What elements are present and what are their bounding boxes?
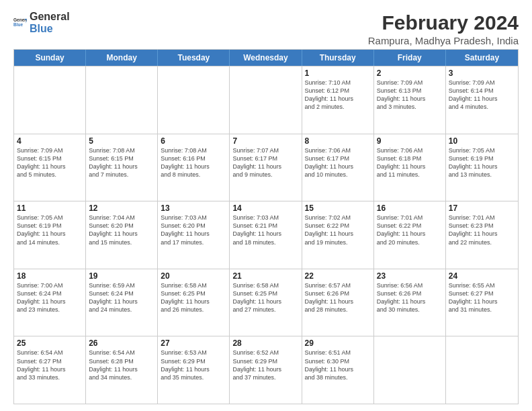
calendar-cell: 27Sunrise: 6:53 AM Sunset: 6:29 PM Dayli…: [158, 336, 230, 404]
calendar-cell: 3Sunrise: 7:09 AM Sunset: 6:14 PM Daylig…: [446, 66, 518, 134]
day-info: Sunrise: 7:04 AM Sunset: 6:20 PM Dayligh…: [89, 214, 154, 246]
day-number: 2: [377, 68, 443, 78]
calendar-cell: [14, 66, 86, 134]
day-info: Sunrise: 6:54 AM Sunset: 6:28 PM Dayligh…: [89, 349, 154, 381]
logo-icon: General Blue: [13, 16, 27, 30]
day-number: 19: [89, 271, 154, 281]
day-number: 17: [449, 203, 515, 213]
calendar-cell: 20Sunrise: 6:58 AM Sunset: 6:25 PM Dayli…: [158, 269, 230, 336]
day-info: Sunrise: 7:01 AM Sunset: 6:22 PM Dayligh…: [377, 214, 443, 246]
calendar-week-5: 25Sunrise: 6:54 AM Sunset: 6:27 PM Dayli…: [14, 336, 518, 404]
day-number: 11: [17, 203, 83, 213]
calendar-cell: [374, 336, 446, 404]
day-info: Sunrise: 7:00 AM Sunset: 6:24 PM Dayligh…: [17, 281, 83, 314]
day-number: 4: [17, 136, 83, 146]
day-info: Sunrise: 7:02 AM Sunset: 6:22 PM Dayligh…: [305, 214, 371, 246]
calendar: SundayMondayTuesdayWednesdayThursdayFrid…: [13, 49, 519, 404]
day-info: Sunrise: 7:06 AM Sunset: 6:18 PM Dayligh…: [377, 146, 443, 179]
title-block: February 2024 Rampura, Madhya Pradesh, I…: [368, 11, 519, 46]
logo-general: General: [30, 11, 70, 23]
day-number: 7: [232, 136, 298, 146]
calendar-cell: 28Sunrise: 6:52 AM Sunset: 6:29 PM Dayli…: [230, 336, 302, 404]
svg-text:Blue: Blue: [13, 22, 23, 27]
calendar-cell: 9Sunrise: 7:06 AM Sunset: 6:18 PM Daylig…: [374, 134, 446, 201]
day-number: 16: [377, 203, 443, 213]
day-info: Sunrise: 7:03 AM Sunset: 6:21 PM Dayligh…: [232, 214, 298, 246]
calendar-cell: [446, 336, 518, 404]
calendar-cell: [158, 66, 230, 134]
calendar-cell: 15Sunrise: 7:02 AM Sunset: 6:22 PM Dayli…: [302, 201, 374, 269]
day-info: Sunrise: 6:58 AM Sunset: 6:25 PM Dayligh…: [232, 281, 298, 314]
page: General Blue General Blue February 2024 …: [0, 0, 532, 411]
day-info: Sunrise: 6:52 AM Sunset: 6:29 PM Dayligh…: [232, 349, 298, 381]
header-day-sunday: Sunday: [14, 50, 86, 66]
day-number: 14: [232, 203, 298, 213]
header-day-thursday: Thursday: [302, 50, 374, 66]
calendar-cell: 29Sunrise: 6:51 AM Sunset: 6:30 PM Dayli…: [302, 336, 374, 404]
calendar-cell: 1Sunrise: 7:10 AM Sunset: 6:12 PM Daylig…: [302, 66, 374, 134]
calendar-cell: 7Sunrise: 7:07 AM Sunset: 6:17 PM Daylig…: [230, 134, 302, 201]
calendar-body: 1Sunrise: 7:10 AM Sunset: 6:12 PM Daylig…: [14, 66, 518, 404]
day-info: Sunrise: 7:05 AM Sunset: 6:19 PM Dayligh…: [449, 146, 515, 179]
day-info: Sunrise: 7:09 AM Sunset: 6:13 PM Dayligh…: [377, 79, 443, 111]
header-day-monday: Monday: [86, 50, 158, 66]
day-info: Sunrise: 7:05 AM Sunset: 6:19 PM Dayligh…: [17, 214, 83, 246]
day-info: Sunrise: 7:07 AM Sunset: 6:17 PM Dayligh…: [232, 146, 298, 179]
day-info: Sunrise: 6:53 AM Sunset: 6:29 PM Dayligh…: [161, 349, 226, 381]
day-number: 15: [305, 203, 371, 213]
subtitle: Rampura, Madhya Pradesh, India: [368, 35, 519, 46]
day-info: Sunrise: 7:03 AM Sunset: 6:20 PM Dayligh…: [161, 214, 226, 246]
calendar-cell: 8Sunrise: 7:06 AM Sunset: 6:17 PM Daylig…: [302, 134, 374, 201]
day-number: 28: [232, 338, 298, 348]
calendar-cell: 5Sunrise: 7:08 AM Sunset: 6:15 PM Daylig…: [86, 134, 158, 201]
day-number: 25: [17, 338, 83, 348]
calendar-cell: 21Sunrise: 6:58 AM Sunset: 6:25 PM Dayli…: [230, 269, 302, 336]
calendar-header: SundayMondayTuesdayWednesdayThursdayFrid…: [14, 50, 518, 66]
calendar-cell: 13Sunrise: 7:03 AM Sunset: 6:20 PM Dayli…: [158, 201, 230, 269]
calendar-cell: 4Sunrise: 7:09 AM Sunset: 6:15 PM Daylig…: [14, 134, 86, 201]
day-number: 22: [305, 271, 371, 281]
day-number: 5: [89, 136, 154, 146]
day-info: Sunrise: 6:51 AM Sunset: 6:30 PM Dayligh…: [305, 349, 371, 381]
day-info: Sunrise: 6:59 AM Sunset: 6:24 PM Dayligh…: [89, 281, 154, 314]
calendar-cell: 25Sunrise: 6:54 AM Sunset: 6:27 PM Dayli…: [14, 336, 86, 404]
calendar-cell: [86, 66, 158, 134]
day-info: Sunrise: 6:55 AM Sunset: 6:27 PM Dayligh…: [449, 281, 515, 314]
day-number: 21: [232, 271, 298, 281]
logo-blue: Blue: [30, 23, 70, 35]
day-number: 9: [377, 136, 443, 146]
calendar-week-1: 1Sunrise: 7:10 AM Sunset: 6:12 PM Daylig…: [14, 66, 518, 134]
day-number: 20: [161, 271, 226, 281]
day-info: Sunrise: 7:06 AM Sunset: 6:17 PM Dayligh…: [305, 146, 371, 179]
calendar-cell: 17Sunrise: 7:01 AM Sunset: 6:23 PM Dayli…: [446, 201, 518, 269]
day-info: Sunrise: 6:56 AM Sunset: 6:26 PM Dayligh…: [377, 281, 443, 314]
calendar-week-4: 18Sunrise: 7:00 AM Sunset: 6:24 PM Dayli…: [14, 269, 518, 336]
day-number: 29: [305, 338, 371, 348]
calendar-cell: 12Sunrise: 7:04 AM Sunset: 6:20 PM Dayli…: [86, 201, 158, 269]
day-info: Sunrise: 6:57 AM Sunset: 6:26 PM Dayligh…: [305, 281, 371, 314]
svg-text:General: General: [13, 17, 27, 22]
day-info: Sunrise: 7:09 AM Sunset: 6:14 PM Dayligh…: [449, 79, 515, 111]
calendar-cell: 10Sunrise: 7:05 AM Sunset: 6:19 PM Dayli…: [446, 134, 518, 201]
calendar-cell: 18Sunrise: 7:00 AM Sunset: 6:24 PM Dayli…: [14, 269, 86, 336]
calendar-cell: 22Sunrise: 6:57 AM Sunset: 6:26 PM Dayli…: [302, 269, 374, 336]
calendar-cell: 6Sunrise: 7:08 AM Sunset: 6:16 PM Daylig…: [158, 134, 230, 201]
day-number: 12: [89, 203, 154, 213]
day-info: Sunrise: 6:54 AM Sunset: 6:27 PM Dayligh…: [17, 349, 83, 381]
calendar-cell: 2Sunrise: 7:09 AM Sunset: 6:13 PM Daylig…: [374, 66, 446, 134]
day-info: Sunrise: 7:08 AM Sunset: 6:15 PM Dayligh…: [89, 146, 154, 179]
day-number: 10: [449, 136, 515, 146]
header-day-friday: Friday: [374, 50, 446, 66]
day-info: Sunrise: 7:01 AM Sunset: 6:23 PM Dayligh…: [449, 214, 515, 246]
calendar-week-2: 4Sunrise: 7:09 AM Sunset: 6:15 PM Daylig…: [14, 134, 518, 201]
day-number: 13: [161, 203, 226, 213]
day-info: Sunrise: 7:10 AM Sunset: 6:12 PM Dayligh…: [305, 79, 371, 111]
day-number: 27: [161, 338, 226, 348]
header-day-saturday: Saturday: [446, 50, 518, 66]
calendar-cell: 26Sunrise: 6:54 AM Sunset: 6:28 PM Dayli…: [86, 336, 158, 404]
header-day-tuesday: Tuesday: [158, 50, 230, 66]
main-title: February 2024: [368, 11, 519, 35]
day-info: Sunrise: 7:09 AM Sunset: 6:15 PM Dayligh…: [17, 146, 83, 179]
calendar-cell: 11Sunrise: 7:05 AM Sunset: 6:19 PM Dayli…: [14, 201, 86, 269]
day-number: 18: [17, 271, 83, 281]
